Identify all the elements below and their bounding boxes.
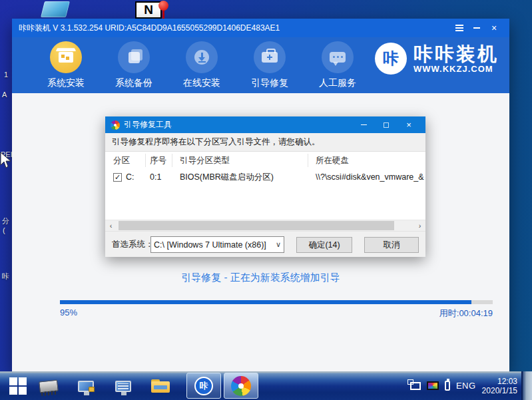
table-row[interactable]: ✓ C:	[113, 169, 134, 185]
taskbar-item-remote-pc[interactable]	[112, 375, 134, 397]
horizontal-scrollbar[interactable]: ‹ ›	[105, 220, 425, 231]
download-icon	[186, 41, 218, 73]
nav-label: 在线安装	[183, 77, 220, 89]
status-text: 引导修复 - 正在为新装系统增加引导	[12, 272, 509, 284]
nav-item-online-install[interactable]: 在线安装	[168, 41, 236, 89]
scroll-right-arrow[interactable]: ›	[414, 220, 425, 231]
minimize-icon	[361, 124, 367, 125]
taskbar-item-file-explorer[interactable]	[149, 375, 172, 397]
toolbox-plus-icon	[254, 41, 286, 73]
taskbar-button-boot-repair[interactable]	[224, 373, 258, 399]
close-icon: ×	[491, 23, 497, 33]
nav-label: 人工服务	[319, 77, 356, 89]
brand-logo: 咔 咔咔装机 WWW.KKZJ.COM	[375, 43, 499, 75]
desktop: N 1 A PEI 分 ( 咔 咔咔装机 V 3.1.532.254 URID:…	[0, 0, 532, 400]
nav-label: 引导修复	[251, 77, 288, 89]
close-button[interactable]: ×	[485, 21, 503, 35]
desktop-label-fragment: 分	[2, 216, 9, 226]
notepad-letter: N	[135, 1, 162, 19]
preferred-system-select[interactable]: C:\ [Windows 7 Ultimate (x86)] ∨	[150, 236, 284, 253]
cell-partition: C:	[126, 169, 134, 185]
desktop-label-fragment: A	[2, 91, 7, 99]
scrollbar-thumb[interactable]	[119, 221, 394, 230]
nav-item-system-backup[interactable]: 系统备份	[100, 41, 168, 89]
nav-bar: 系统安装 系统备份 在线安装 引导修复	[32, 41, 372, 89]
toolbar: 系统安装 系统备份 在线安装 引导修复	[12, 37, 509, 93]
nav-label: 系统安装	[47, 77, 85, 89]
install-icon	[50, 41, 82, 73]
taskbar-item-locked-pc[interactable]	[75, 375, 97, 397]
taskbar-item-memory-tool[interactable]	[37, 375, 60, 397]
window-title: 咔咔装机 V 3.1.532.254 URID:A5C84DD9A1655055…	[19, 23, 451, 34]
kaka-app-icon: 咔	[194, 377, 213, 395]
checkbox-checked-icon[interactable]: ✓	[113, 173, 122, 182]
hamburger-icon	[455, 25, 463, 31]
preferred-system-label: 首选系统：	[112, 239, 154, 250]
progress-fill	[60, 300, 471, 304]
window-titlebar[interactable]: 咔咔装机 V 3.1.532.254 URID:A5C84DD9A1655055…	[12, 19, 509, 37]
logo-url: WWW.KKZJ.COM	[413, 64, 499, 74]
language-indicator[interactable]: ENG	[456, 381, 476, 391]
close-icon: ×	[406, 120, 411, 130]
usb-icon[interactable]	[445, 381, 450, 391]
ok-button[interactable]: 确定(14)	[296, 237, 352, 253]
clock-time: 12:03	[497, 377, 517, 386]
dialog-maximize-button[interactable]	[375, 116, 398, 133]
boot-repair-dialog: 引导修复工具 × 引导修复程序即将在以下分区写入引导文件，请您确认。 分区 序号…	[105, 116, 425, 257]
display-color-icon[interactable]	[427, 381, 439, 390]
taskbar: 咔 ENG 12:03 2020/1/15	[0, 371, 532, 400]
desktop-label-fragment: 1	[4, 71, 8, 79]
nav-item-boot-repair[interactable]: 引导修复	[236, 41, 304, 89]
pushpin-icon	[158, 1, 168, 11]
desktop-label-fragment: 咔	[2, 272, 9, 282]
desktop-label-fragment: (	[3, 226, 5, 234]
monitor-lock-icon	[78, 381, 94, 392]
cell-type: BIOS(MBR磁盘启动分区)	[180, 169, 274, 185]
column-header-disk: 所在硬盘	[316, 152, 349, 169]
dialog-titlebar[interactable]: 引导修复工具 ×	[105, 116, 425, 133]
pinwheel-icon	[111, 120, 120, 130]
dialog-message: 引导修复程序即将在以下分区写入引导文件，请您确认。	[105, 133, 425, 151]
taskbar-clock[interactable]: 12:03 2020/1/15	[482, 377, 517, 395]
monitor-keyboard-icon	[115, 381, 131, 392]
menu-button[interactable]	[451, 21, 468, 35]
backup-icon	[118, 41, 150, 73]
cell-index: 0:1	[150, 169, 161, 185]
cancel-button[interactable]: 取消	[364, 237, 419, 253]
network-icon[interactable]	[410, 382, 421, 390]
nav-label: 系统备份	[115, 77, 152, 89]
nav-item-human-service[interactable]: 人工服务	[304, 41, 372, 89]
desktop-notepad-icon[interactable]: N	[135, 1, 170, 19]
minimize-button[interactable]	[468, 21, 485, 35]
start-button[interactable]	[7, 375, 29, 397]
maximize-icon	[384, 122, 389, 128]
partition-table: 分区 序号 引导分区类型 所在硬盘 ✓ C: 0:1 BIOS(MBR磁盘启动分…	[105, 151, 425, 220]
progress-bar	[60, 300, 493, 304]
minimize-icon	[473, 27, 480, 29]
progress-meta: 95% 用时:00:04:19	[60, 307, 493, 319]
dialog-title: 引导修复工具	[124, 119, 352, 130]
column-divider	[308, 154, 308, 167]
column-divider	[145, 154, 146, 167]
chat-icon	[322, 41, 354, 73]
clock-date: 2020/1/15	[482, 386, 517, 395]
dialog-minimize-button[interactable]	[352, 116, 375, 133]
logo-title: 咔咔装机	[413, 44, 499, 64]
pinwheel-icon	[231, 376, 251, 396]
chevron-down-icon: ∨	[276, 240, 281, 249]
column-header-partition: 分区	[113, 152, 130, 169]
system-tray: ENG 12:03 2020/1/15	[410, 371, 517, 400]
dialog-close-button[interactable]: ×	[398, 116, 420, 133]
scroll-left-arrow[interactable]: ‹	[105, 220, 117, 231]
desktop-map-icon[interactable]	[41, 1, 70, 17]
memory-chip-icon	[39, 379, 59, 393]
mouse-cursor	[0, 152, 11, 169]
select-value: C:\ [Windows 7 Ultimate (x86)]	[154, 240, 274, 250]
taskbar-button-kaka[interactable]: 咔	[186, 373, 221, 399]
pushpin-tail	[162, 10, 164, 19]
column-header-index: 序号	[150, 152, 166, 169]
windows-logo-icon	[9, 377, 27, 395]
show-desktop-button[interactable]	[521, 371, 532, 400]
logo-badge: 咔	[375, 43, 407, 75]
nav-item-system-install[interactable]: 系统安装	[32, 41, 100, 89]
